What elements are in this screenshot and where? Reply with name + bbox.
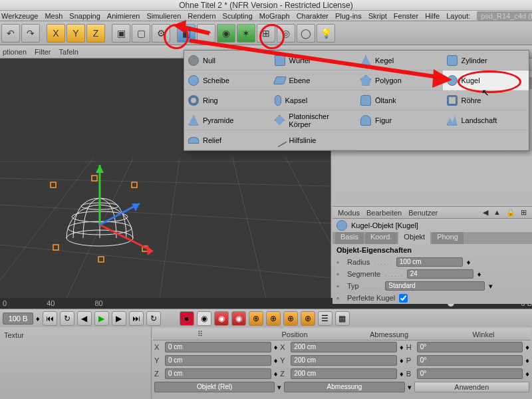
key-rot-button[interactable]: ⊕ [283,311,298,326]
menu-item[interactable]: Animieren [107,12,140,20]
attr-menu[interactable]: Bearbeiten [366,209,402,217]
type-field[interactable]: Standard [385,281,485,291]
menu-item[interactable]: Skript [368,12,387,20]
segments-field[interactable]: 24 [407,269,473,279]
autokey-button[interactable]: ◉ [197,311,211,326]
axis-y-icon[interactable]: Y [66,24,85,43]
menu-item[interactable]: Sculpting [223,12,253,20]
prev-frame-button[interactable]: ◀ [77,311,92,326]
options-button[interactable]: ☰ [318,311,332,326]
loop2-button[interactable]: ↻ [146,311,161,326]
coord-mode1[interactable]: Objekt (Rel) [154,382,275,392]
next-frame-button[interactable]: ▶ [112,311,126,326]
loop-button[interactable]: ↻ [60,311,74,326]
svg-rect-11 [53,245,59,250]
grid-button[interactable]: ▦ [335,311,350,326]
platonic-icon [275,115,285,126]
undo-button[interactable]: ↶ [1,24,20,43]
bottom-panels: Textur ⠿ Position Abmessung Winkel X 0 c… [0,327,532,399]
key-pos-button[interactable]: ⊕ [249,311,263,326]
menu-item[interactable]: Simulieren [146,12,181,20]
redo-button[interactable]: ↷ [21,24,40,43]
dim-y-field[interactable]: 200 cm [291,355,397,366]
back-icon[interactable]: ◀ [483,208,488,217]
popup-platonic[interactable]: Platonischer Körper [271,110,357,130]
segments-label: Segmente [347,270,380,278]
torus-icon [188,95,199,106]
coordinate-panel: ⠿ Position Abmessung Winkel X 0 cm♦ X200… [152,327,532,399]
ang-h-field[interactable]: 0° [417,342,523,352]
up-icon[interactable]: ▲ [493,208,501,217]
apply-button[interactable]: Anwenden [414,382,529,392]
coord-mode2[interactable]: Abmessung [284,382,404,392]
pos-x-field[interactable]: 0 cm [165,342,271,352]
attr-tab-basis[interactable]: Basis [335,232,364,244]
window-title: Ohne Titel 2 * (NFR Version - Restricted… [179,1,352,10]
record-button[interactable]: ● [180,311,194,326]
guide-icon [273,133,287,148]
goto-end-button[interactable]: ⏭ [129,311,144,326]
axis-x-icon[interactable]: X [47,24,65,43]
pos-z-field[interactable]: 0 cm [165,368,271,379]
menu-item[interactable]: Plug-ins [335,12,362,20]
menu-item[interactable]: Charakter [297,12,329,20]
render-region-button[interactable]: ▢ [132,24,150,43]
menu-item[interactable]: Hilfe [425,12,440,20]
frame-end-field[interactable]: 100 B [3,313,33,325]
goto-start-button[interactable]: ⏮ [43,311,57,326]
oiltank-icon [360,95,371,106]
attr-tab-phong[interactable]: Phong [432,232,464,244]
svg-marker-22 [96,165,104,173]
popup-landscape[interactable]: Landschaft [443,110,529,130]
dim-x-field[interactable]: 200 cm [291,342,397,352]
key-scale-button[interactable]: ⊕ [266,311,281,326]
menu-item[interactable]: Snapping [69,12,100,20]
attr-tab-koord[interactable]: Koord. [365,232,397,244]
popup-tube[interactable]: Röhre [443,90,529,110]
sub-tab[interactable]: ptionen [3,48,27,56]
coord-hdr-dimension: Abmessung [342,331,436,338]
key-pla-button[interactable]: ⊕ [301,311,315,326]
pos-y-field[interactable]: 0 cm [165,355,271,366]
menu-item[interactable]: Fenster [394,12,418,20]
sub-tab[interactable]: Filter [35,48,51,56]
attr-tab-objekt[interactable]: Objekt [398,232,430,244]
svg-rect-13 [92,176,97,181]
svg-rect-14 [98,257,104,262]
popup-torus[interactable]: Ring [184,90,271,110]
popup-figure[interactable]: Figur [356,110,443,130]
menu-item[interactable]: Rendern [188,12,215,20]
menubar: Werkzeuge Mesh Snapping Animieren Simuli… [0,11,532,21]
sphere-icon [336,220,347,231]
menu-item[interactable]: MoGraph [259,12,290,20]
lock-icon[interactable]: 🔒 [506,208,515,217]
menu-item[interactable]: Werkzeuge [1,12,38,20]
ang-p-field[interactable]: 0° [417,355,523,366]
popup-pyramid[interactable]: Pyramide [184,110,271,130]
coord-hdr-angle: Winkel [436,331,531,338]
sub-tab[interactable]: Tafeln [59,48,78,56]
play-button[interactable]: ▶ [94,311,109,326]
popup-capsule[interactable]: Kapsel [271,90,357,110]
key2-button[interactable]: ◉ [231,311,246,326]
axis-z-icon[interactable]: Z [86,24,105,43]
layout-label: Layout: [446,12,470,20]
svg-line-27 [190,41,439,77]
layout-value[interactable]: psd_R14_c4d (Benutze [477,11,532,21]
new-icon[interactable]: ⊞ [521,208,527,217]
perfect-checkbox[interactable] [399,294,408,303]
radius-field[interactable]: 100 cm [396,257,463,267]
popup-oiltank[interactable]: Öltank [356,90,443,110]
svg-marker-28 [432,69,452,88]
ang-b-field[interactable]: 0° [417,368,523,379]
menu-item[interactable]: Mesh [45,12,63,20]
svg-line-1 [0,178,331,186]
render-button[interactable]: ▣ [112,24,130,43]
popup-guide[interactable]: Hilfslinie [271,130,357,150]
key-button[interactable]: ◉ [214,311,229,326]
dim-z-field[interactable]: 200 cm [291,368,397,379]
popup-relief[interactable]: Relief [184,130,271,150]
attr-menu[interactable]: Benutzer [408,209,438,217]
attr-menu[interactable]: Modus [338,209,360,217]
perfect-label: Perfekte Kugel [347,294,395,302]
